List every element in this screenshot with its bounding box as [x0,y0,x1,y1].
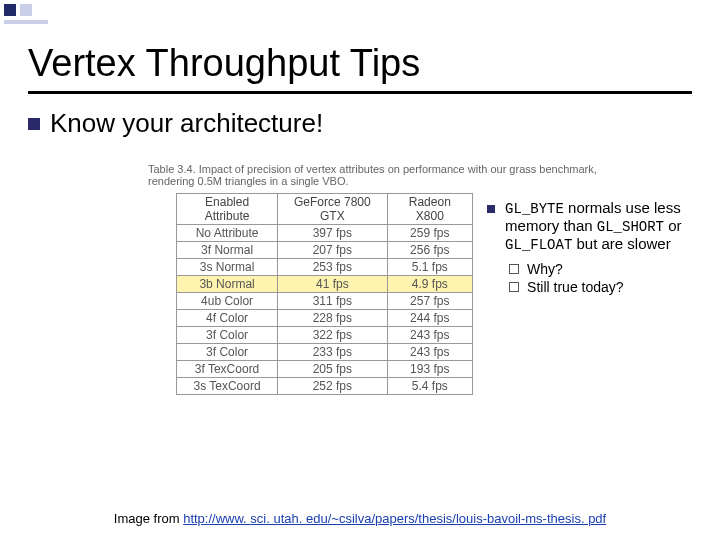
table-row: 3f Color322 fps243 fps [177,327,473,344]
table-cell: 228 fps [278,310,387,327]
table-cell: 252 fps [278,378,387,395]
table-cell: 5.1 fps [387,259,473,276]
bullet-icon [487,205,495,213]
table-row: 4ub Color311 fps257 fps [177,293,473,310]
bullet-icon [28,118,40,130]
source-link[interactable]: http://www. sci. utah. edu/~csilva/paper… [183,511,606,526]
table-cell: 3s Normal [177,259,278,276]
table-cell: 4ub Color [177,293,278,310]
table-cell: 3f TexCoord [177,361,278,378]
table-cell: 243 fps [387,327,473,344]
checkbox-icon [509,282,519,292]
table-row: 3s TexCoord252 fps5.4 fps [177,378,473,395]
table-cell: 397 fps [278,225,387,242]
table-cell: 41 fps [278,276,387,293]
table-cell: 3s TexCoord [177,378,278,395]
table-cell: 244 fps [387,310,473,327]
note-text: GL_BYTE normals use less memory than GL_… [505,199,692,253]
sub-bullet: Still true today? [509,279,692,295]
table-cell: 3f Color [177,344,278,361]
table-row: 3f Normal207 fps256 fps [177,242,473,259]
table-header: Radeon X800 [387,194,473,225]
table-cell: 205 fps [278,361,387,378]
sub-bullet: Why? [509,261,692,277]
table-cell: 253 fps [278,259,387,276]
table-cell: No Attribute [177,225,278,242]
table-row: 3s Normal253 fps5.1 fps [177,259,473,276]
table-caption: Table 3.4. Impact of precision of vertex… [148,163,628,187]
table-cell: 3b Normal [177,276,278,293]
table-row: 4f Color228 fps244 fps [177,310,473,327]
divider [28,91,692,94]
table-cell: 256 fps [387,242,473,259]
table-cell: 311 fps [278,293,387,310]
slide-title: Vertex Throughput Tips [28,42,692,85]
performance-table: Enabled AttributeGeForce 7800 GTXRadeon … [176,193,473,395]
table-cell: 193 fps [387,361,473,378]
table-cell: 4.9 fps [387,276,473,293]
table-cell: 3f Normal [177,242,278,259]
checkbox-icon [509,264,519,274]
table-row: 3b Normal41 fps4.9 fps [177,276,473,293]
table-header: Enabled Attribute [177,194,278,225]
svg-rect-1 [20,4,32,16]
svg-rect-2 [4,20,48,24]
table-cell: 3f Color [177,327,278,344]
corner-decoration [0,0,80,26]
image-credit: Image from http://www. sci. utah. edu/~c… [0,511,720,526]
table-cell: 4f Color [177,310,278,327]
sub-bullet-text: Why? [527,261,563,277]
table-cell: 243 fps [387,344,473,361]
table-row: 3f TexCoord205 fps193 fps [177,361,473,378]
table-cell: 5.4 fps [387,378,473,395]
table-cell: 233 fps [278,344,387,361]
table-row: 3f Color233 fps243 fps [177,344,473,361]
svg-rect-0 [4,4,16,16]
table-row: No Attribute397 fps259 fps [177,225,473,242]
table-cell: 322 fps [278,327,387,344]
table-cell: 259 fps [387,225,473,242]
table-header: GeForce 7800 GTX [278,194,387,225]
table-cell: 207 fps [278,242,387,259]
sub-bullet-text: Still true today? [527,279,624,295]
bullet-text: Know your architecture! [50,108,323,139]
table-cell: 257 fps [387,293,473,310]
